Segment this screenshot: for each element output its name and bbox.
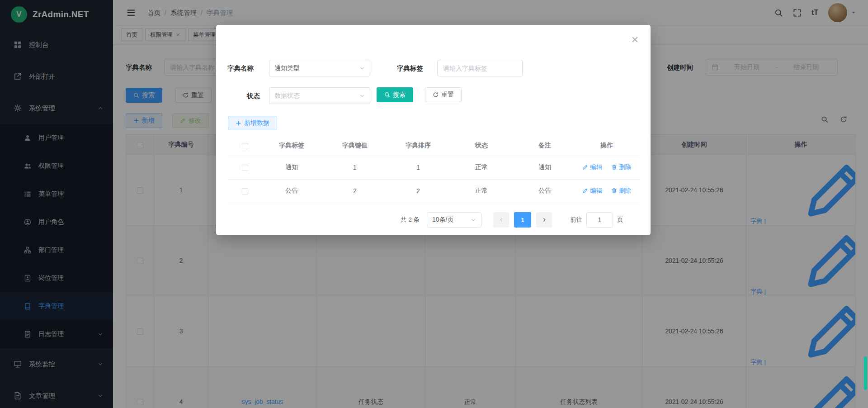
trash-icon [611, 164, 617, 170]
prev-page-button[interactable] [493, 212, 509, 228]
goto-label: 前往 [570, 216, 582, 224]
page-scrollbar[interactable] [864, 356, 867, 390]
col-operation: 操作 [574, 136, 639, 156]
goto-page-input[interactable] [586, 212, 613, 228]
app-root: V ZrAdmin.NET 控制台 外部打开 系统管理 用户管理 权限管理 [0, 0, 868, 408]
select-all-checkbox[interactable] [242, 143, 248, 149]
pagination: 共 2 条 10条/页 1 前往 页 [401, 212, 623, 228]
col-dict-value: 字典键值 [321, 136, 389, 156]
dialog-dict-label-label: 字典标签 [397, 64, 423, 73]
dict-data-dialog: 字典名称 通知类型 字典标签 状态 数据状态 搜索 重置 新增数据 [216, 25, 651, 235]
goto-suffix: 页 [617, 216, 623, 224]
chevron-down-icon [359, 93, 365, 99]
col-dict-sort: 字典排序 [389, 136, 448, 156]
table-row: 通知 1 1 正常 通知 编辑 删除 [228, 156, 639, 179]
edit-link[interactable]: 编辑 [582, 163, 602, 171]
close-icon[interactable] [631, 36, 639, 43]
add-data-button[interactable]: 新增数据 [228, 116, 277, 130]
table-row: 公告 2 2 正常 公告 编辑 删除 [228, 179, 639, 203]
table-header-row: 字典标签 字典键值 字典排序 状态 备注 操作 [228, 136, 639, 156]
page-size-value: 10条/页 [432, 216, 471, 224]
col-dict-label: 字典标签 [262, 136, 321, 156]
dialog-reset-button[interactable]: 重置 [425, 87, 462, 102]
status-select[interactable]: 数据状态 [269, 87, 370, 104]
dialog-dict-name-label: 字典名称 [227, 64, 254, 73]
dict-label-input[interactable] [437, 60, 523, 76]
current-page-button[interactable]: 1 [514, 212, 531, 228]
pagination-total: 共 2 条 [401, 216, 420, 224]
delete-link[interactable]: 删除 [611, 163, 631, 171]
search-icon [384, 92, 390, 98]
status-select-placeholder: 数据状态 [274, 92, 359, 100]
next-page-button[interactable] [536, 212, 552, 228]
dict-name-select[interactable]: 通知类型 [269, 60, 370, 76]
dialog-search-button[interactable]: 搜索 [377, 87, 413, 102]
plus-icon [236, 120, 241, 126]
delete-link[interactable]: 删除 [611, 187, 631, 195]
chevron-left-icon [499, 217, 504, 223]
refresh-icon [433, 92, 439, 98]
row-checkbox[interactable] [242, 165, 248, 171]
chevron-right-icon [542, 217, 547, 223]
page-size-select[interactable]: 10条/页 [427, 212, 481, 228]
dialog-status-label: 状态 [247, 92, 260, 100]
trash-icon [611, 188, 617, 194]
dict-name-select-value: 通知类型 [274, 64, 359, 72]
row-checkbox[interactable] [242, 188, 248, 195]
dict-data-table: 字典标签 字典键值 字典排序 状态 备注 操作 通知 1 1 正常 通知 [228, 136, 639, 203]
chevron-down-icon [471, 217, 476, 223]
edit-link[interactable]: 编辑 [582, 187, 602, 195]
col-remark: 备注 [515, 136, 574, 156]
chevron-down-icon [359, 66, 365, 71]
pencil-icon [582, 188, 588, 194]
pencil-icon [582, 164, 588, 170]
col-status: 状态 [448, 136, 515, 156]
